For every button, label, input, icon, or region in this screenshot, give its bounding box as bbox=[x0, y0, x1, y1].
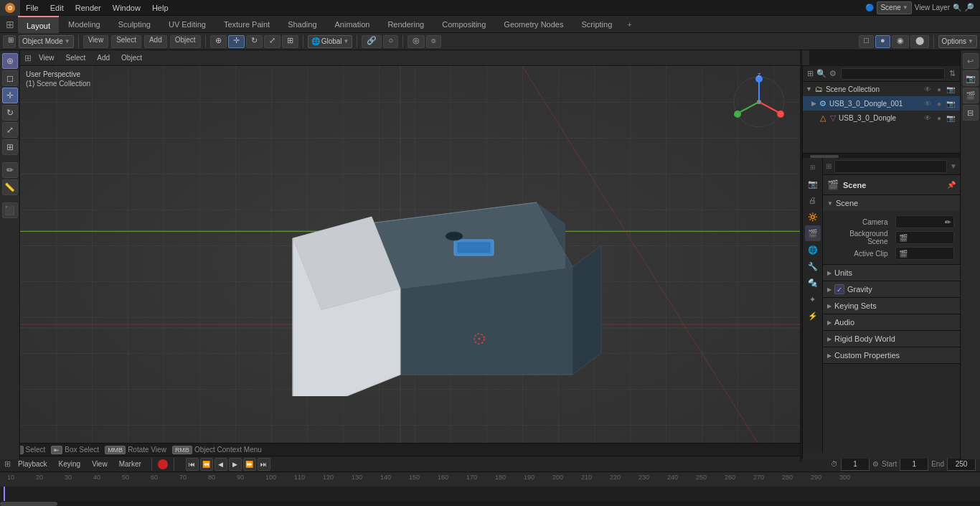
timeline-view-menu[interactable]: View bbox=[88, 460, 112, 468]
cursor-tool-btn[interactable]: ⊕ bbox=[2, 53, 18, 69]
outliner-filter-icon[interactable]: ⚙ bbox=[829, 69, 837, 78]
record-button[interactable] bbox=[158, 459, 168, 469]
editor-type-button[interactable]: ⊞ bbox=[3, 35, 16, 48]
tab-modeling[interactable]: Modeling bbox=[60, 16, 109, 33]
object-mode-dropdown[interactable]: Object Mode ▼ bbox=[19, 35, 74, 48]
transform-orientation-dropdown[interactable]: 🌐 Global ▼ bbox=[308, 35, 353, 48]
measure-tool-btn[interactable]: 📏 bbox=[2, 179, 18, 195]
scale-tool-btn[interactable]: ⤢ bbox=[2, 122, 18, 138]
material-preview-btn[interactable]: ◉ bbox=[892, 35, 909, 48]
prop-object-icon[interactable]: 🔧 bbox=[805, 258, 821, 274]
menu-render[interactable]: Render bbox=[70, 0, 107, 16]
mesh-select-icon[interactable]: ● bbox=[934, 114, 944, 122]
properties-search-input[interactable] bbox=[834, 160, 947, 173]
object-menu-btn[interactable]: Object bbox=[170, 35, 201, 48]
prop-viewlayer-icon[interactable]: 🔆 bbox=[805, 209, 821, 225]
timeline-hscroll-thumb[interactable] bbox=[0, 502, 57, 506]
prop-editor-icon[interactable]: ⊞ bbox=[805, 159, 821, 175]
navigation-gizmo[interactable]: X Z Y bbox=[730, 73, 788, 131]
show-overlays-toggle[interactable]: ◎ bbox=[407, 35, 425, 48]
add-workspace-tab[interactable]: + bbox=[621, 20, 637, 29]
item-render-icon[interactable]: 📷 bbox=[946, 100, 956, 108]
camera-prop-value[interactable]: ✏ bbox=[895, 215, 955, 228]
tab-rendering[interactable]: Rendering bbox=[379, 16, 433, 33]
audio-section-header[interactable]: ▶ Audio bbox=[823, 314, 960, 330]
viewport-add-menu[interactable]: Add bbox=[93, 54, 114, 62]
timeline-editor-icon[interactable]: ⊞ bbox=[4, 459, 11, 469]
scene-expand-icon[interactable]: 🔍 bbox=[953, 4, 961, 11]
keying-sets-section-header[interactable]: ▶ Keying Sets bbox=[823, 298, 960, 314]
view-menu-btn[interactable]: View bbox=[83, 35, 109, 48]
current-frame-input[interactable] bbox=[841, 458, 870, 471]
prop-scene-icon[interactable]: 🎬 bbox=[805, 225, 821, 241]
panel-resize-handle[interactable] bbox=[800, 50, 802, 462]
view-collections-btn[interactable]: ⊟ bbox=[963, 105, 979, 121]
menu-file[interactable]: File bbox=[20, 0, 44, 16]
scene-pin-icon[interactable]: 📌 bbox=[947, 181, 956, 189]
tab-geometry-nodes[interactable]: Geometry Nodes bbox=[495, 16, 572, 33]
viewport-object-menu[interactable]: Object bbox=[117, 54, 146, 62]
gravity-checkbox[interactable]: ✓ bbox=[834, 284, 844, 294]
solid-mode-btn[interactable]: ● bbox=[875, 35, 890, 48]
header-search-icon[interactable]: 🔎 bbox=[964, 3, 974, 12]
proportional-edit-toggle[interactable]: ○ bbox=[383, 35, 398, 48]
item-eye-icon[interactable]: 👁 bbox=[923, 100, 933, 108]
tab-editor-type[interactable]: ⊞ bbox=[3, 16, 17, 33]
outliner-item-dongle-001[interactable]: ▶ ⚙ USB_3_0_Dongle_001 👁 ● 📷 bbox=[803, 96, 960, 111]
background-scene-selector[interactable]: 🎬 bbox=[895, 231, 955, 244]
outliner-search-bar[interactable] bbox=[841, 68, 945, 80]
camera-edit-icon[interactable]: ✏ bbox=[945, 218, 951, 226]
jump-end-btn[interactable]: ⏭ bbox=[258, 458, 270, 471]
custom-props-section-header[interactable]: ▶ Custom Properties bbox=[823, 347, 960, 363]
timeline-hscroll[interactable] bbox=[0, 501, 980, 506]
outliner-item-dongle-mesh[interactable]: △ ▽ USB_3_0_Dongle 👁 ● 📷 bbox=[803, 111, 960, 125]
step-back-btn[interactable]: ⏪ bbox=[200, 458, 213, 471]
rigid-body-world-section-header[interactable]: ▶ Rigid Body World bbox=[823, 331, 960, 347]
background-scene-value[interactable]: 🎬 bbox=[895, 231, 955, 244]
wireframe-mode-btn[interactable]: □ bbox=[859, 35, 874, 48]
prop-particles-icon[interactable]: ✦ bbox=[805, 291, 821, 307]
timeline-track[interactable] bbox=[0, 487, 980, 506]
viewport-canvas[interactable]: User Perspective (1) Scene Collection X … bbox=[20, 66, 809, 459]
outliner-hscroll-thumb[interactable] bbox=[810, 155, 839, 158]
prop-output-icon[interactable]: 🖨 bbox=[805, 192, 821, 208]
timeline-marker-menu[interactable]: Marker bbox=[115, 460, 146, 468]
mesh-eye-icon[interactable]: 👁 bbox=[923, 114, 933, 122]
tab-texture-paint[interactable]: Texture Paint bbox=[215, 16, 278, 33]
prop-world-icon[interactable]: 🌐 bbox=[805, 242, 821, 258]
prop-options-icon[interactable]: ▼ bbox=[950, 162, 957, 170]
timeline-body[interactable]: 10 20 30 40 50 60 70 80 90 100 110 120 1… bbox=[0, 472, 980, 506]
tab-compositing[interactable]: Compositing bbox=[433, 16, 494, 33]
view-camera-btn[interactable]: 📷 bbox=[963, 70, 979, 86]
timeline-keying-menu[interactable]: Keying bbox=[55, 460, 85, 468]
cursor-tool[interactable]: ⊕ bbox=[210, 35, 227, 48]
tab-layout[interactable]: Layout bbox=[18, 16, 59, 33]
tab-shading[interactable]: Shading bbox=[279, 16, 325, 33]
viewport-view-menu[interactable]: View bbox=[34, 54, 59, 62]
tab-sculpting[interactable]: Sculpting bbox=[110, 16, 159, 33]
snap-toggle[interactable]: 🔗 bbox=[362, 35, 382, 48]
frame-start-input[interactable] bbox=[900, 458, 928, 471]
rotate-tool[interactable]: ↻ bbox=[246, 35, 263, 48]
outliner-sort-icon[interactable]: ⇅ bbox=[949, 69, 956, 78]
add-cube-btn[interactable]: ⬛ bbox=[2, 202, 18, 218]
item-select-icon[interactable]: ● bbox=[934, 100, 944, 108]
frame-end-input[interactable] bbox=[947, 458, 976, 471]
active-clip-value[interactable]: 🎬 bbox=[895, 247, 955, 260]
select-icon[interactable]: ● bbox=[934, 85, 944, 93]
tab-animation[interactable]: Animation bbox=[326, 16, 379, 33]
prop-modifier-icon[interactable]: 🔩 bbox=[805, 275, 821, 291]
3d-viewport[interactable]: User Perspective (1) Scene Collection X … bbox=[20, 66, 809, 459]
prop-editor-type-icon[interactable]: ⊞ bbox=[826, 162, 831, 170]
move-tool[interactable]: ✛ bbox=[228, 35, 245, 48]
menu-window[interactable]: Window bbox=[107, 0, 146, 16]
transform-tool-btn[interactable]: ⊞ bbox=[2, 139, 18, 155]
jump-start-btn[interactable]: ⏮ bbox=[186, 458, 199, 471]
play-back-btn[interactable]: ◀ bbox=[215, 458, 227, 471]
annotate-tool-btn[interactable]: ✏ bbox=[2, 162, 18, 178]
menu-edit[interactable]: Edit bbox=[44, 0, 70, 16]
camera-selector[interactable]: ✏ bbox=[895, 215, 955, 228]
select-menu-btn[interactable]: Select bbox=[111, 35, 141, 48]
options-dropdown[interactable]: Options ▼ bbox=[938, 35, 977, 48]
transform-tool[interactable]: ⊞ bbox=[282, 35, 298, 48]
